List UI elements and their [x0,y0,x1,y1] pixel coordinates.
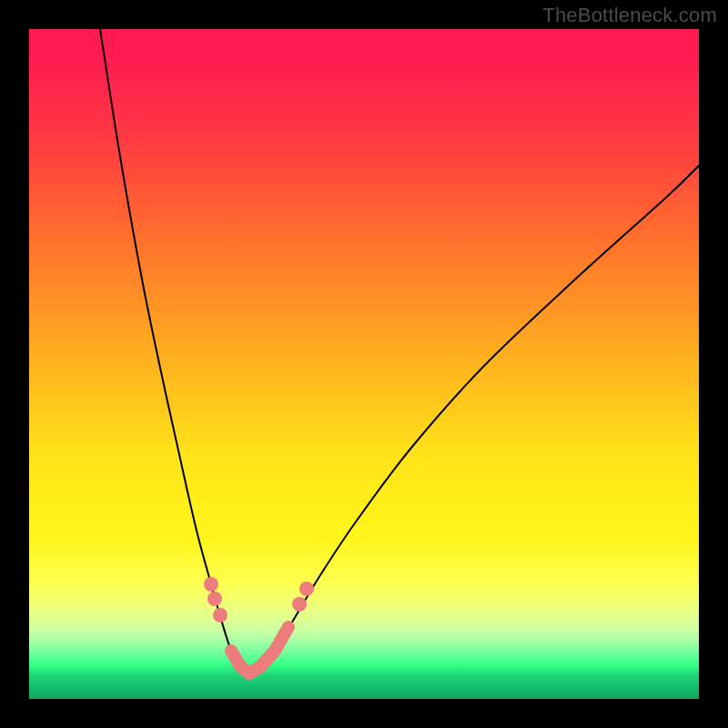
marker-dot [207,592,222,606]
curve-svg [29,29,699,699]
bottleneck-curve [100,29,699,673]
plot-area [29,29,699,699]
marker-dot [299,581,314,596]
marker-dot [292,597,307,612]
marker-dot [204,577,218,592]
watermark-label: TheBottleneck.com [542,4,717,27]
chart-frame: TheBottleneck.com [0,0,728,728]
marker-dot [213,608,228,622]
marker-group [204,577,314,673]
marker-blob [231,627,288,673]
